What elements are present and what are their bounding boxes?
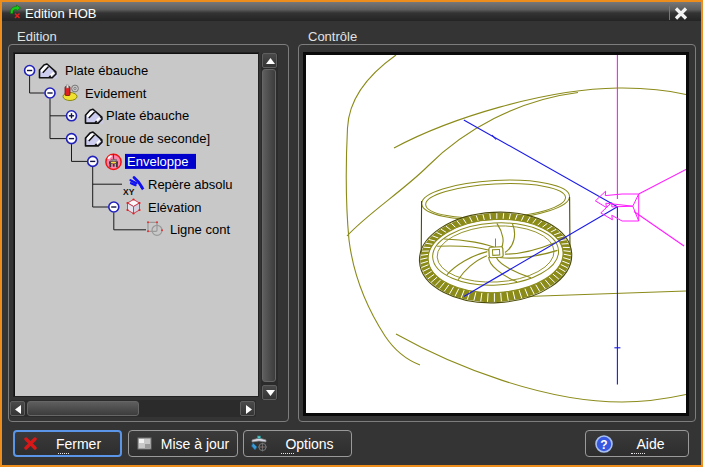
svg-text:[roue de seconde]: [roue de seconde] bbox=[106, 131, 210, 146]
svg-text:Evidement: Evidement bbox=[85, 86, 147, 101]
svg-text:Enveloppe: Enveloppe bbox=[127, 154, 188, 169]
svg-text:Repère absolu: Repère absolu bbox=[148, 177, 233, 192]
svg-text:XY: XY bbox=[123, 187, 135, 197]
svg-text:Plate ébauche: Plate ébauche bbox=[65, 63, 148, 78]
svg-text:?: ? bbox=[600, 437, 607, 451]
svg-text:Ligne cont: Ligne cont bbox=[170, 222, 230, 237]
svg-text:Elévation: Elévation bbox=[148, 200, 201, 215]
svg-text:Plate ébauche: Plate ébauche bbox=[106, 108, 189, 123]
